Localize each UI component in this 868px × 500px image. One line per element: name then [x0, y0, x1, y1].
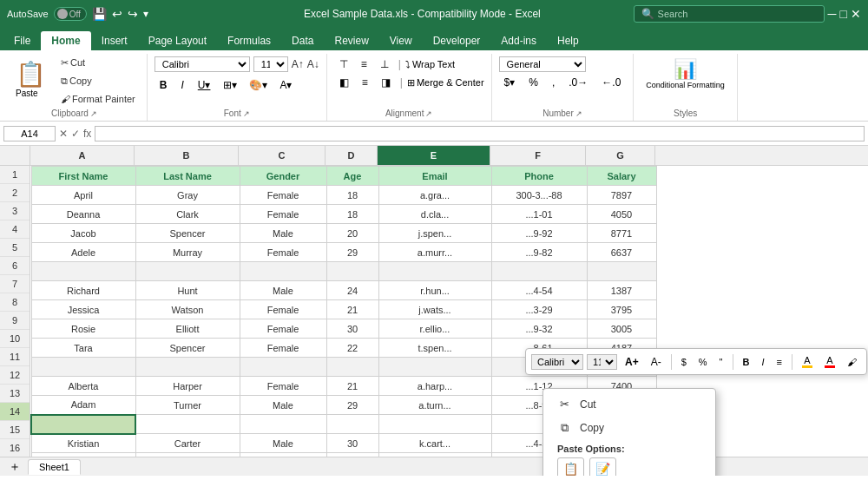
col-header-b[interactable]: B [135, 146, 239, 165]
mini-currency-btn[interactable]: $ [677, 354, 691, 370]
cell-e10[interactable]: t.spen... [378, 339, 491, 358]
row-5[interactable]: 5 [0, 239, 30, 257]
format-painter-button[interactable]: 🖌 Format Painter [56, 91, 140, 107]
cell-e15[interactable]: k.cart... [378, 434, 491, 453]
cell-c7[interactable]: Male [240, 281, 326, 300]
col-header-e[interactable]: E [378, 146, 490, 165]
cell-a14[interactable] [31, 415, 135, 434]
cell-g6[interactable] [587, 262, 656, 281]
cell-g1[interactable]: Salary [587, 167, 656, 186]
paste-button[interactable]: 📋 Paste [9, 59, 53, 102]
row-8[interactable]: 8 [0, 293, 30, 312]
cell-c1[interactable]: Gender [240, 167, 326, 186]
mini-increase-font[interactable]: A+ [621, 353, 643, 371]
cell-d1[interactable]: Age [326, 167, 378, 186]
cell-c15[interactable]: Male [240, 434, 326, 453]
bottom-align-btn[interactable]: ⊥ [375, 56, 394, 72]
copy-button[interactable]: ⧉ Copy [56, 73, 140, 89]
cell-b15[interactable]: Carter [135, 434, 240, 453]
font-color-btn[interactable]: A▾ [275, 77, 296, 93]
insert-function-icon[interactable]: fx [83, 128, 91, 140]
cell-e3[interactable]: d.cla... [378, 205, 491, 224]
cell-d9[interactable]: 30 [326, 319, 378, 339]
underline-button[interactable]: U▾ [193, 77, 216, 93]
cell-d2[interactable]: 18 [326, 186, 378, 205]
cell-e5[interactable]: a.murr... [378, 243, 491, 262]
mini-percent-btn[interactable]: % [694, 354, 712, 370]
clipboard-expand-icon[interactable]: ↗ [90, 109, 97, 118]
tab-data[interactable]: Data [281, 31, 324, 50]
tab-insert[interactable]: Insert [91, 31, 138, 50]
cell-f2[interactable]: 300-3...-88 [491, 186, 587, 205]
cell-c8[interactable]: Female [240, 300, 326, 319]
left-align-btn[interactable]: ◧ [334, 75, 354, 90]
autosave-toggle[interactable]: Off [54, 7, 87, 21]
cell-g8[interactable]: 3795 [587, 300, 656, 319]
cell-a3[interactable]: Deanna [31, 205, 135, 224]
cell-b3[interactable]: Clark [135, 205, 240, 224]
tab-view[interactable]: View [379, 31, 423, 50]
ctx-copy[interactable]: ⧉ Copy [543, 416, 715, 440]
cell-b9[interactable]: Elliott [135, 319, 240, 339]
cell-f3[interactable]: ...1-01 [491, 205, 587, 224]
cell-a6[interactable] [31, 262, 135, 281]
quick-access-more[interactable]: ▾ [143, 8, 148, 20]
add-sheet-btn[interactable]: ＋ [3, 459, 26, 475]
number-format-select[interactable]: General [499, 56, 586, 72]
cell-a7[interactable]: Richard [31, 281, 135, 300]
cell-f5[interactable]: ...9-82 [491, 243, 587, 262]
font-size-select[interactable]: 11 [253, 56, 288, 72]
row-10[interactable]: 10 [0, 330, 30, 348]
cell-g2[interactable]: 7897 [587, 186, 656, 205]
sheet-tab-1[interactable]: Sheet1 [28, 459, 81, 475]
row-2[interactable]: 2 [0, 184, 30, 202]
ctx-paste-btn-2[interactable]: 📝 [589, 457, 616, 476]
cell-a9[interactable]: Rosie [31, 319, 135, 339]
row-3[interactable]: 3 [0, 202, 30, 220]
tab-add-ins[interactable]: Add-ins [490, 31, 547, 50]
decrease-font-icon[interactable]: A↓ [307, 58, 319, 70]
cell-a10[interactable]: Tara [31, 339, 135, 358]
cell-e8[interactable]: j.wats... [378, 300, 491, 319]
italic-button[interactable]: I [175, 77, 188, 93]
cell-b7[interactable]: Hunt [135, 281, 240, 300]
row-7[interactable]: 7 [0, 275, 30, 293]
cell-e1[interactable]: Email [378, 167, 491, 186]
mini-size-select[interactable]: 11 [587, 354, 617, 370]
row-15[interactable]: 15 [0, 421, 30, 439]
cell-a8[interactable]: Jessica [31, 300, 135, 319]
mini-font-select[interactable]: Calibri [531, 354, 583, 370]
cell-e14[interactable] [378, 415, 491, 434]
cell-f7[interactable]: ...4-54 [491, 281, 587, 300]
increase-decimal-btn[interactable]: .0→ [563, 75, 593, 90]
wrap-text-btn[interactable]: ⤵ Wrap Text [405, 59, 455, 69]
cell-e2[interactable]: a.gra... [378, 186, 491, 205]
minimize-btn[interactable]: ─ [828, 7, 837, 21]
cell-e7[interactable]: r.hun... [378, 281, 491, 300]
cell-d6[interactable] [326, 262, 378, 281]
align-expand-icon[interactable]: ↗ [425, 109, 432, 118]
cell-reference-box[interactable] [3, 126, 56, 141]
cell-d4[interactable]: 20 [326, 224, 378, 243]
cell-a5[interactable]: Adele [31, 243, 135, 262]
confirm-formula-icon[interactable]: ✓ [71, 128, 80, 140]
cell-b12[interactable]: Harper [135, 377, 240, 396]
center-align-btn[interactable]: ≡ [357, 75, 373, 90]
tab-help[interactable]: Help [547, 31, 589, 50]
tab-developer[interactable]: Developer [423, 31, 491, 50]
mini-bold-btn[interactable]: B [739, 354, 754, 370]
increase-font-icon[interactable]: A↑ [292, 58, 304, 70]
cell-d10[interactable]: 22 [326, 339, 378, 358]
tab-file[interactable]: File [3, 31, 41, 50]
mini-align-btn[interactable]: ≡ [773, 354, 786, 370]
cell-c6[interactable] [240, 262, 326, 281]
cell-d14[interactable] [326, 415, 378, 434]
cell-f6[interactable] [491, 262, 587, 281]
col-header-g[interactable]: G [586, 146, 655, 165]
cell-c14[interactable] [240, 415, 326, 434]
merge-center-btn[interactable]: ⊞ Merge & Center [407, 77, 484, 89]
cell-g4[interactable]: 8771 [587, 224, 656, 243]
cell-b11[interactable] [135, 358, 240, 377]
row-16[interactable]: 16 [0, 439, 30, 457]
number-expand-icon[interactable]: ↗ [575, 109, 582, 118]
